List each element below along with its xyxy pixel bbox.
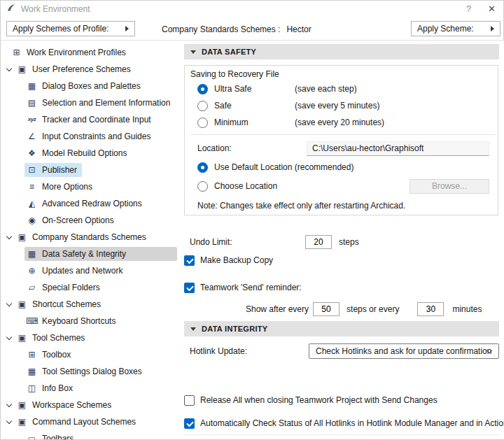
radio-choose-location[interactable] bbox=[197, 181, 208, 192]
release-all-checkbox[interactable] bbox=[184, 395, 195, 406]
apply-scheme-button[interactable]: Apply Scheme: bbox=[411, 21, 500, 36]
sidebar-item-publisher[interactable]: ⊡Publisher bbox=[1, 162, 181, 178]
scheme-toolbar: Apply Schemes of Profile: Company Standa… bbox=[1, 17, 503, 41]
sidebar-item-keyboard-shortcuts[interactable]: ⌨Keyboard Shortcuts bbox=[1, 313, 181, 329]
show-after-steps-input[interactable] bbox=[313, 302, 340, 316]
sidebar-item-label: Workspace Schemes bbox=[32, 400, 111, 410]
section-title: DATA INTEGRITY bbox=[202, 325, 267, 333]
radio-ultra-safe[interactable] bbox=[197, 84, 208, 94]
sidebar-item-selection-and-element-information[interactable]: ▤Selection and Element Information bbox=[1, 94, 181, 111]
sidebar-item-label: Info Box bbox=[42, 383, 73, 393]
sidebar-item-label: Tracker and Coordinate Input bbox=[42, 115, 151, 125]
sidebar-item-model-rebuild-options[interactable]: ❖Model Rebuild Options bbox=[1, 145, 181, 162]
chevron-down-icon[interactable] bbox=[4, 404, 15, 406]
location-row: Location: C:\Users\au-hector\Graphisoft bbox=[197, 141, 498, 156]
location-field[interactable]: C:\Users\au-hector\Graphisoft bbox=[307, 141, 489, 156]
sidebar-item-data-safety-and-integrity[interactable]: ▦Data Safety & Integrity bbox=[1, 246, 181, 262]
option-label: Safe bbox=[214, 101, 295, 111]
title-bar: Work Environment ? ✕ bbox=[1, 1, 503, 17]
radio-minimum[interactable] bbox=[197, 118, 208, 128]
sidebar-item-label: Tool Settings Dialog Boxes bbox=[42, 367, 142, 376]
sidebar-item-on-screen-options[interactable]: ◉On-Screen Options bbox=[1, 212, 181, 229]
sidebar-item-user-preference-schemes[interactable]: ▣User Preference Schemes bbox=[1, 61, 181, 78]
chevron-down-icon[interactable] bbox=[4, 421, 15, 423]
sidebar-item-more-options[interactable]: ≡More Options bbox=[1, 178, 181, 195]
sidebar-item-company-standards-schemes[interactable]: ▣Company Standards Schemes bbox=[1, 229, 181, 246]
sidebar-item-toolbox[interactable]: ⊞Toolbox bbox=[1, 346, 181, 363]
radio-safe[interactable] bbox=[197, 101, 208, 111]
flyout-arrow-icon bbox=[491, 26, 494, 31]
scheme-icon: ▣ bbox=[16, 300, 28, 308]
sidebar-item-updates-and-network[interactable]: ⊕Updates and Network bbox=[1, 262, 181, 279]
section-header-data-integrity[interactable]: DATA INTEGRITY bbox=[184, 321, 499, 336]
checkbox-label: Release All when closing Teamwork Projec… bbox=[200, 395, 438, 405]
close-button[interactable]: ✕ bbox=[480, 1, 503, 17]
undo-limit-input[interactable] bbox=[305, 235, 332, 249]
make-backup-copy-checkbox[interactable] bbox=[184, 255, 195, 266]
toolbox-icon: ⊞ bbox=[26, 350, 38, 359]
choose-location-row: Choose Location Browse... bbox=[197, 178, 498, 194]
minutes-label: minutes bbox=[452, 304, 482, 314]
chevron-down-icon[interactable] bbox=[4, 236, 15, 239]
sidebar-item-input-constraints-and-guides[interactable]: ∠Input Constraints and Guides bbox=[1, 128, 181, 145]
keyboard-icon: ⌨ bbox=[26, 317, 38, 325]
archicad-logo-icon bbox=[6, 3, 16, 15]
sidebar-item-tracker-and-coordinate-input[interactable]: xyzTracker and Coordinate Input bbox=[1, 111, 181, 128]
sidebar-item-toolbars[interactable]: ▭Toolbars bbox=[1, 430, 181, 439]
sidebar-item-tool-schemes[interactable]: ▣Tool Schemes bbox=[1, 329, 181, 346]
sidebar-item-tool-settings-dialog-boxes[interactable]: ▦Tool Settings Dialog Boxes bbox=[1, 363, 181, 380]
scheme-icon: ▣ bbox=[16, 418, 28, 426]
publisher-icon: ⊡ bbox=[26, 166, 38, 174]
undo-limit-label: Undo Limit: bbox=[190, 237, 305, 247]
sidebar-item-special-folders[interactable]: ▱Special Folders bbox=[1, 279, 181, 296]
hotlink-update-label: Hotlink Update: bbox=[190, 346, 309, 356]
selection-info-icon: ▤ bbox=[26, 99, 38, 107]
sidebar-item-label: Updates and Network bbox=[42, 266, 122, 276]
tool-settings-icon: ▦ bbox=[26, 367, 38, 376]
make-backup-copy-row: Make Backup Copy bbox=[184, 255, 273, 266]
scheme-icon: ▣ bbox=[16, 65, 28, 73]
option-description: (save every 20 minutes) bbox=[295, 118, 384, 127]
auto-check-hotlinks-checkbox[interactable] bbox=[184, 418, 195, 429]
sidebar-item-dialog-boxes-and-palettes[interactable]: ▦Dialog Boxes and Palettes bbox=[1, 78, 181, 94]
section-divider bbox=[184, 434, 499, 435]
sidebar-item-shortcut-schemes[interactable]: ▣Shortcut Schemes bbox=[1, 296, 181, 313]
option-description: (save each step) bbox=[295, 84, 357, 94]
teamwork-reminder-checkbox[interactable] bbox=[184, 283, 195, 293]
sidebar-item-work-environment-profiles[interactable]: ⊞Work Environment Profiles bbox=[1, 44, 181, 61]
sidebar-item-label: Toolbox bbox=[42, 350, 71, 360]
radio-use-default-location[interactable] bbox=[197, 162, 208, 173]
sidebar-item-label: Tool Schemes bbox=[32, 333, 85, 343]
sidebar-item-info-box[interactable]: ◫Info Box bbox=[1, 380, 181, 397]
sidebar-item-label: Publisher bbox=[42, 165, 77, 175]
chevron-down-icon[interactable] bbox=[4, 337, 15, 339]
sidebar-item-workspace-schemes[interactable]: ▣Workspace Schemes bbox=[1, 397, 181, 413]
show-after-label: Show after every bbox=[246, 304, 309, 314]
apply-profile-button[interactable]: Apply Schemes of Profile: bbox=[6, 21, 135, 36]
show-after-minutes-input[interactable] bbox=[417, 302, 444, 316]
release-all-row: Release All when closing Teamwork Projec… bbox=[184, 395, 438, 406]
selected-option: Check Hotlinks and ask for update confir… bbox=[316, 346, 491, 356]
browse-button[interactable]: Browse... bbox=[410, 179, 489, 194]
chevron-down-icon[interactable] bbox=[4, 304, 15, 306]
chevron-down-icon[interactable] bbox=[4, 69, 15, 71]
scheme-icon: ▣ bbox=[16, 233, 28, 241]
sidebar-item-label: Company Standards Schemes bbox=[32, 232, 146, 242]
advanced-redraw-icon: ◭ bbox=[26, 199, 38, 208]
sidebar-item-label: On-Screen Options bbox=[42, 215, 114, 225]
checkbox-label: Teamwork 'Send' reminder: bbox=[200, 283, 302, 292]
hotlink-update-select[interactable]: Check Hotlinks and ask for update confir… bbox=[309, 343, 499, 359]
recovery-option-safe: Safe (save every 5 minutes) bbox=[197, 100, 498, 111]
sidebar-item-command-layout-schemes[interactable]: ▣Command Layout Schemes bbox=[1, 413, 181, 430]
reminder-frequency-row: Show after every steps or every minutes bbox=[246, 301, 482, 317]
recovery-option-ultra-safe: Ultra Safe (save each step) bbox=[197, 83, 498, 94]
on-screen-options-icon: ◉ bbox=[26, 216, 38, 225]
section-header-data-safety[interactable]: DATA SAFETY bbox=[184, 44, 499, 59]
sidebar-item-label: Shortcut Schemes bbox=[32, 299, 101, 309]
collapse-triangle-icon bbox=[190, 327, 196, 331]
help-button[interactable]: ? bbox=[457, 1, 480, 17]
info-box-icon: ◫ bbox=[26, 384, 38, 392]
sidebar-item-label: Model Rebuild Options bbox=[42, 148, 127, 158]
sidebar-item-label: User Preference Schemes bbox=[32, 64, 131, 74]
sidebar-item-advanced-redraw-options[interactable]: ◭Advanced Redraw Options bbox=[1, 195, 181, 212]
